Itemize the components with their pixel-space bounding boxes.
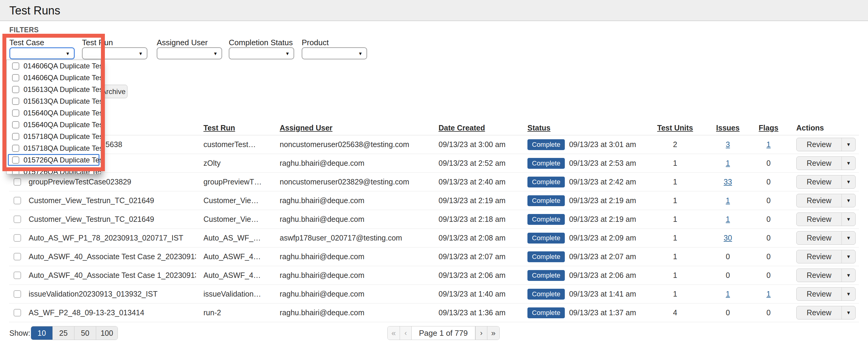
test-units-cell: 1 [648,154,702,172]
last-page-button[interactable]: » [487,326,499,340]
test-run-cell: customerTest… [204,135,282,154]
filter-select-completion-status[interactable]: ▼ [229,47,294,59]
review-button-label[interactable]: Review [797,269,841,282]
option-checkbox[interactable] [12,168,19,175]
option-checkbox[interactable] [12,86,19,93]
review-button-label[interactable]: Review [797,176,841,188]
header-flags[interactable]: Flags [753,121,784,135]
header-status[interactable]: Status [527,121,647,135]
caret-down-icon: ▼ [846,217,851,222]
option-checkbox[interactable] [12,133,19,140]
filter-select-product[interactable]: ▼ [302,47,367,59]
test-case-option[interactable]: 014606QA Duplicate Testc… [8,72,99,84]
status-cell: Complete09/13/23 at 2:42 am [527,173,647,191]
page-size-25[interactable]: 25 [53,326,74,340]
review-dropdown-toggle[interactable]: ▼ [841,138,855,151]
review-button[interactable]: Review▼ [796,287,856,301]
review-button[interactable]: Review▼ [796,269,856,282]
test-case-option[interactable]: 014606QA Duplicate Testc… [8,60,99,72]
row-checkbox[interactable] [13,309,21,316]
option-checkbox[interactable] [12,62,19,70]
option-checkbox[interactable] [12,74,19,82]
row-checkbox[interactable] [13,197,21,205]
filter-select-assigned-user[interactable]: ▼ [157,47,222,59]
review-dropdown-toggle[interactable]: ▼ [841,213,855,226]
header-issues[interactable]: Issues [702,121,753,135]
filter-select-test-run[interactable]: ▼ [82,47,147,59]
review-dropdown-toggle[interactable]: ▼ [841,176,855,188]
review-button[interactable]: Review▼ [796,156,856,170]
issues-link[interactable]: 1 [726,159,730,167]
review-dropdown-toggle[interactable]: ▼ [841,157,855,170]
previous-page-button[interactable]: ‹ [400,326,411,340]
flags-cell: 0 [753,247,784,266]
issues-link[interactable]: 33 [724,178,732,186]
row-checkbox[interactable] [13,272,21,279]
issues-cell: 0 [702,304,753,322]
archive-button[interactable]: Archive [99,85,127,98]
review-button[interactable]: Review▼ [796,306,856,319]
header-date-created[interactable]: Date Created [438,121,524,135]
review-button[interactable]: Review▼ [796,138,856,151]
test-case-option[interactable]: 015640QA Duplicate Testc… [8,107,99,119]
row-checkbox[interactable] [13,216,21,223]
review-dropdown-toggle[interactable]: ▼ [841,250,855,263]
review-button-label[interactable]: Review [797,157,841,170]
issues-link[interactable]: 30 [724,233,732,242]
review-dropdown-toggle[interactable]: ▼ [841,287,855,301]
test-case-option[interactable]: 015726QA Duplicate Testc… [8,166,99,174]
row-checkbox[interactable] [13,253,21,260]
caret-down-icon: ▼ [846,179,851,185]
review-button-label[interactable]: Review [797,213,841,226]
review-button[interactable]: Review▼ [796,194,856,207]
review-button-label[interactable]: Review [797,138,841,151]
option-checkbox[interactable] [12,145,19,152]
header-assigned-user[interactable]: Assigned User [280,121,432,135]
first-page-button[interactable]: « [388,326,400,340]
review-button-label[interactable]: Review [797,250,841,263]
issues-link[interactable]: 1 [726,290,730,298]
issues-link[interactable]: 3 [726,140,730,149]
review-button-label[interactable]: Review [797,231,841,245]
filter-select-test-case[interactable]: ▼ [9,47,75,59]
review-button[interactable]: Review▼ [796,250,856,263]
flags-link[interactable]: 1 [767,290,771,298]
status-badge: Complete [527,177,565,187]
review-button-label[interactable]: Review [797,194,841,207]
review-button[interactable]: Review▼ [796,175,856,189]
page-size-100[interactable]: 100 [96,326,118,340]
review-dropdown-toggle[interactable]: ▼ [841,306,855,319]
status-badge: Complete [527,139,565,150]
option-checkbox[interactable] [12,121,19,128]
option-label: 015726QA Duplicate Testc… [24,167,101,175]
review-button[interactable]: Review▼ [796,213,856,226]
option-checkbox[interactable] [12,156,19,164]
test-case-option[interactable]: 015613QA Duplicate Testc… [8,95,99,107]
issues-link[interactable]: 1 [726,215,730,224]
row-checkbox[interactable] [13,234,21,242]
row-checkbox[interactable] [13,178,21,186]
review-dropdown-toggle[interactable]: ▼ [841,231,855,245]
next-page-button[interactable]: › [475,326,487,340]
test-case-option[interactable]: 015718QA Duplicate Testc… [8,142,99,154]
option-checkbox[interactable] [12,109,19,117]
option-checkbox[interactable] [12,98,19,105]
page-size-10[interactable]: 10 [31,326,53,340]
page-size-50[interactable]: 50 [74,326,96,340]
review-button-label[interactable]: Review [797,306,841,319]
test-case-option[interactable]: 015613QA Duplicate Testc… [8,84,99,95]
review-dropdown-toggle[interactable]: ▼ [841,194,855,207]
review-dropdown-toggle[interactable]: ▼ [841,269,855,282]
header-test-units[interactable]: Test Units [648,121,702,135]
table-row: 5638customerTest…noncustomeruser025638@t… [9,135,859,154]
test-case-option[interactable]: 015640QA Duplicate Testc… [8,119,99,130]
test-case-option[interactable]: 015718QA Duplicate Testc… [8,130,99,142]
flags-cell: 0 [753,154,784,172]
test-case-option[interactable]: 015726QA Duplicate Testc… [8,154,99,166]
review-button-label[interactable]: Review [797,287,841,301]
flags-link[interactable]: 1 [767,140,771,149]
issues-link[interactable]: 1 [726,196,730,205]
row-checkbox[interactable] [13,290,21,298]
review-button[interactable]: Review▼ [796,231,856,245]
header-test-run[interactable]: Test Run [204,121,282,135]
